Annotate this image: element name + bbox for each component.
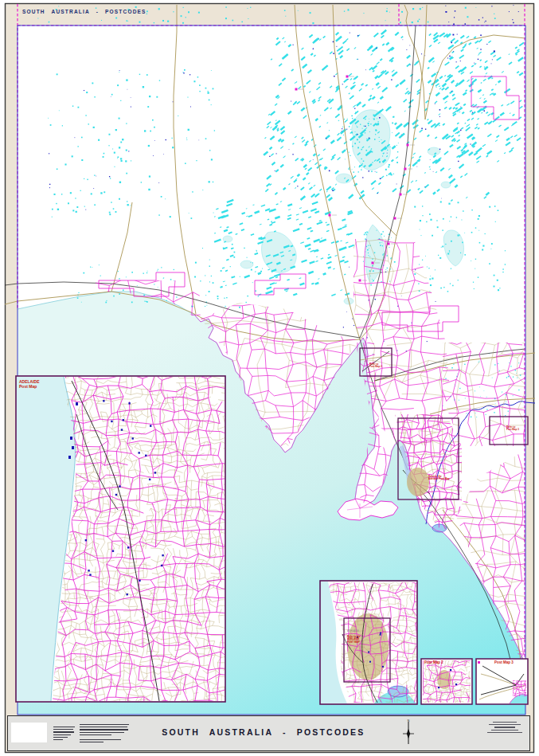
map-title: SOUTH AUSTRALIA - POSTCODES	[162, 727, 365, 737]
publisher-logo-box	[11, 723, 47, 742]
svg-text:N: N	[408, 719, 410, 723]
mini-inset-reference-note: Refer to the ADELAIDE POST MAP	[347, 635, 361, 643]
post-map-3-inset	[476, 659, 533, 704]
adelaide-inset-label: ADELAIDE Post Map	[19, 380, 40, 390]
fine-print-block-left	[53, 727, 75, 740]
adelaide-post-map-inset	[16, 374, 246, 727]
page-title: SOUTH AUSTRALIA - POSTCODES	[22, 9, 146, 14]
map-poster-page: SOUTH AUSTRALIA - POSTCODES ADELAIDE Pos…	[0, 0, 539, 756]
fine-print-block-right	[487, 722, 522, 733]
south-australia-postcode-map	[0, 0, 539, 756]
north-compass-icon: N	[398, 719, 419, 746]
post-map-3-label: Post Map 3	[494, 660, 514, 664]
marker-note-adelaide: Refer to the Adelaide Post Map	[428, 475, 450, 480]
marker-note-post-map-2: Refer to Post Map 2	[369, 362, 382, 368]
mini-inset-city-label: ADELAIDE	[347, 629, 359, 632]
marker-note-post-map-3: Refer to Post Map 3	[506, 425, 519, 431]
post-map-2-label: Post Map 2	[424, 660, 443, 664]
fine-print-block-disclaimer	[80, 724, 129, 742]
